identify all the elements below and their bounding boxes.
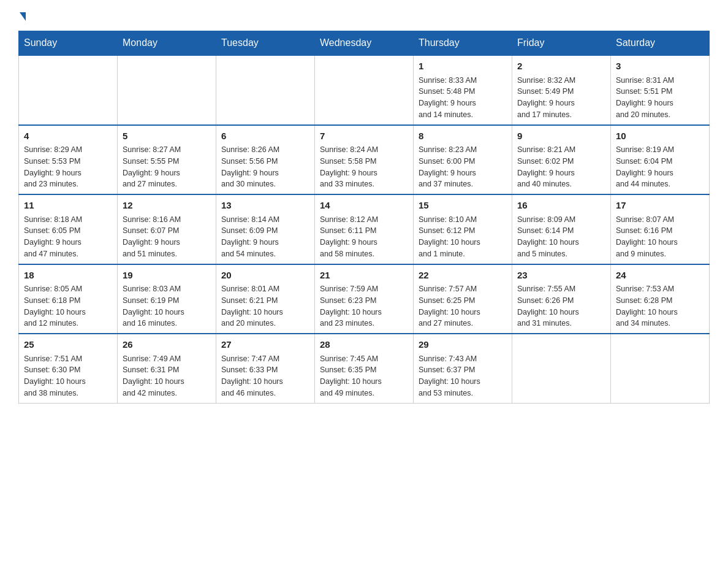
weekday-header-saturday: Saturday (611, 31, 710, 56)
day-info: and 9 minutes. (616, 248, 704, 260)
day-cell: 28Sunrise: 7:45 AMSunset: 6:35 PMDayligh… (315, 334, 414, 403)
day-info: Daylight: 9 hours (517, 98, 605, 109)
day-cell: 12Sunrise: 8:16 AMSunset: 6:07 PMDayligh… (118, 194, 216, 264)
day-number: 3 (616, 59, 704, 74)
day-cell: 21Sunrise: 7:59 AMSunset: 6:23 PMDayligh… (315, 264, 414, 334)
day-info: Sunrise: 8:07 AM (616, 214, 704, 226)
day-info: Daylight: 10 hours (320, 376, 408, 388)
day-info: and 42 minutes. (123, 388, 211, 399)
day-info: Daylight: 9 hours (123, 167, 211, 179)
day-number: 8 (419, 129, 507, 144)
day-info: Daylight: 10 hours (517, 237, 605, 248)
day-info: Daylight: 9 hours (616, 98, 704, 109)
day-info: Sunset: 6:07 PM (123, 225, 211, 237)
day-info: Sunrise: 7:55 AM (517, 283, 605, 295)
day-info: Daylight: 9 hours (320, 167, 408, 179)
week-row-5: 25Sunrise: 7:51 AMSunset: 6:30 PMDayligh… (19, 334, 710, 403)
day-info: Sunset: 6:11 PM (320, 225, 408, 237)
day-info: Sunset: 6:14 PM (517, 225, 605, 237)
day-info: Sunset: 6:26 PM (517, 295, 605, 307)
day-info: Sunrise: 7:47 AM (221, 353, 309, 365)
day-info: Sunset: 6:16 PM (616, 225, 704, 237)
day-info: Sunrise: 8:09 AM (517, 214, 605, 226)
day-cell: 24Sunrise: 7:53 AMSunset: 6:28 PMDayligh… (611, 264, 710, 334)
day-number: 9 (517, 129, 605, 144)
day-cell: 11Sunrise: 8:18 AMSunset: 6:05 PMDayligh… (19, 194, 118, 264)
day-info: Sunset: 6:05 PM (24, 225, 112, 237)
day-cell (118, 55, 216, 125)
day-number: 14 (320, 199, 408, 213)
day-info: Daylight: 10 hours (616, 237, 704, 248)
day-info: and 54 minutes. (221, 248, 309, 260)
day-info: Sunrise: 8:16 AM (123, 214, 211, 226)
day-info: and 30 minutes. (221, 178, 309, 190)
day-info: Sunrise: 7:57 AM (419, 283, 507, 295)
day-info: Sunset: 6:21 PM (221, 295, 309, 307)
day-info: Sunset: 6:09 PM (221, 225, 309, 237)
day-number: 2 (517, 59, 605, 74)
day-cell: 6Sunrise: 8:26 AMSunset: 5:56 PMDaylight… (216, 125, 315, 195)
day-info: and 23 minutes. (320, 318, 408, 329)
day-cell: 10Sunrise: 8:19 AMSunset: 6:04 PMDayligh… (611, 125, 710, 195)
day-info: Sunrise: 7:53 AM (616, 283, 704, 295)
week-row-2: 4Sunrise: 8:29 AMSunset: 5:53 PMDaylight… (19, 125, 710, 195)
weekday-header-sunday: Sunday (19, 31, 118, 56)
day-info: Sunrise: 7:43 AM (419, 353, 507, 365)
day-info: Daylight: 10 hours (517, 307, 605, 318)
day-info: Sunset: 6:31 PM (123, 364, 211, 376)
day-info: and 17 minutes. (517, 109, 605, 121)
day-info: Daylight: 10 hours (320, 307, 408, 318)
day-number: 7 (320, 129, 408, 144)
day-info: Sunrise: 8:10 AM (419, 214, 507, 226)
day-info: Daylight: 9 hours (517, 167, 605, 179)
day-number: 27 (221, 338, 309, 352)
day-info: Sunrise: 8:21 AM (517, 144, 605, 156)
day-cell: 27Sunrise: 7:47 AMSunset: 6:33 PMDayligh… (216, 334, 315, 403)
weekday-header-monday: Monday (118, 31, 216, 56)
day-info: Sunset: 6:04 PM (616, 156, 704, 167)
day-info: Sunset: 5:56 PM (221, 156, 309, 167)
day-info: Sunset: 6:18 PM (24, 295, 112, 307)
weekday-header-wednesday: Wednesday (315, 31, 414, 56)
day-info: Sunset: 5:55 PM (123, 156, 211, 167)
day-info: and 58 minutes. (320, 248, 408, 260)
day-info: Daylight: 10 hours (221, 376, 309, 388)
day-info: Sunset: 6:02 PM (517, 156, 605, 167)
day-cell (216, 55, 315, 125)
week-row-3: 11Sunrise: 8:18 AMSunset: 6:05 PMDayligh… (19, 194, 710, 264)
day-number: 28 (320, 338, 408, 352)
day-info: and 46 minutes. (221, 388, 309, 399)
day-cell: 15Sunrise: 8:10 AMSunset: 6:12 PMDayligh… (414, 194, 512, 264)
day-info: Daylight: 9 hours (123, 237, 211, 248)
day-info: Sunrise: 8:24 AM (320, 144, 408, 156)
day-info: Daylight: 10 hours (419, 307, 507, 318)
weekday-header-friday: Friday (512, 31, 611, 56)
weekday-header-thursday: Thursday (414, 31, 512, 56)
day-cell: 25Sunrise: 7:51 AMSunset: 6:30 PMDayligh… (19, 334, 118, 403)
day-info: Daylight: 10 hours (419, 237, 507, 248)
day-info: Sunrise: 8:33 AM (419, 75, 507, 86)
day-number: 25 (24, 338, 112, 352)
day-info: Sunrise: 8:31 AM (616, 75, 704, 86)
day-number: 18 (24, 269, 112, 283)
day-number: 17 (616, 199, 704, 213)
day-cell (512, 334, 611, 403)
day-info: Sunset: 5:58 PM (320, 156, 408, 167)
day-info: Sunrise: 7:51 AM (24, 353, 112, 365)
day-cell: 17Sunrise: 8:07 AMSunset: 6:16 PMDayligh… (611, 194, 710, 264)
day-info: Sunrise: 7:59 AM (320, 283, 408, 295)
day-info: and 27 minutes. (123, 178, 211, 190)
day-info: Daylight: 10 hours (123, 376, 211, 388)
day-info: and 1 minute. (419, 248, 507, 260)
day-cell (611, 334, 710, 403)
day-info: Sunrise: 8:26 AM (221, 144, 309, 156)
day-info: Sunrise: 8:19 AM (616, 144, 704, 156)
day-info: Sunset: 6:33 PM (221, 364, 309, 376)
day-info: Sunset: 6:30 PM (24, 364, 112, 376)
day-info: Daylight: 10 hours (221, 307, 309, 318)
day-number: 22 (419, 269, 507, 283)
logo (18, 12, 26, 21)
day-info: Sunset: 5:48 PM (419, 86, 507, 98)
day-cell: 2Sunrise: 8:32 AMSunset: 5:49 PMDaylight… (512, 55, 611, 125)
day-info: and 23 minutes. (24, 178, 112, 190)
